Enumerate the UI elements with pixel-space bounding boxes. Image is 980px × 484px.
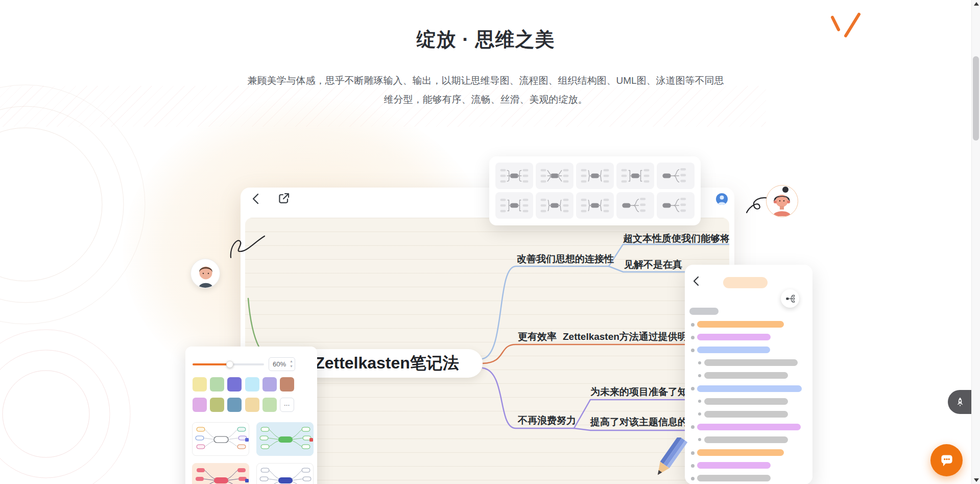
structure-thumbnail-icon [497, 194, 531, 217]
outline-header-pill [689, 308, 719, 315]
structure-icon [785, 294, 795, 304]
outline-row-pill[interactable] [697, 321, 784, 328]
outline-row-pill[interactable] [697, 475, 771, 481]
outline-bullet [691, 323, 695, 327]
zoom-input[interactable]: 60% ▲▼ [269, 357, 295, 371]
spinner-arrows[interactable]: ▲▼ [290, 359, 293, 369]
mindmap-node-method[interactable]: Zettelkasten方法通过提供明 [563, 330, 687, 343]
structure-option-5[interactable] [657, 163, 695, 189]
color-swatch-7[interactable] [193, 398, 207, 412]
chat-button[interactable] [930, 444, 963, 476]
structure-option-4[interactable] [616, 163, 654, 189]
structure-thumbnail-icon [538, 164, 571, 188]
theme-panel: 60% ▲▼ ••• [185, 347, 317, 484]
structure-thumbnail-icon [618, 194, 652, 217]
mindmap-node-insight[interactable]: 见解不是在真 [624, 258, 682, 271]
color-swatch-4[interactable] [245, 377, 259, 391]
color-swatch-3[interactable] [227, 377, 242, 391]
male-illustration [191, 259, 220, 288]
orange-slash-decoration [828, 11, 865, 41]
outline-row-pill[interactable] [704, 436, 788, 443]
theme-preview-3[interactable] [192, 463, 249, 484]
zoom-slider[interactable] [193, 363, 264, 365]
structure-option-7[interactable] [536, 192, 573, 219]
theme-preview-1[interactable] [192, 422, 249, 456]
color-swatch-6[interactable] [280, 377, 294, 391]
outline-bullet [698, 412, 701, 416]
back-icon[interactable] [691, 275, 702, 287]
outline-row-pill[interactable] [704, 411, 788, 418]
mindmap-node-connectivity[interactable]: 改善我们思想的连接性 [517, 252, 614, 266]
outline-bullet [698, 400, 701, 403]
structure-option-9[interactable] [616, 192, 654, 219]
zoom-value: 60% [273, 360, 286, 368]
structure-option-3[interactable] [576, 163, 614, 189]
avatar-male [190, 259, 220, 288]
scroll-up-arrow-icon[interactable] [974, 2, 979, 6]
structure-thumbnail-icon [618, 164, 652, 188]
theme-preview-2[interactable] [256, 422, 314, 456]
structure-thumbnail-icon [538, 194, 571, 217]
zoom-slider-thumb[interactable] [226, 361, 233, 368]
structure-button[interactable] [781, 289, 799, 308]
spinner-up-icon[interactable]: ▲ [290, 359, 293, 364]
outline-row-pill[interactable] [697, 385, 802, 392]
mindmap-node-improve[interactable]: 提高了对该主题信息的 [590, 416, 687, 429]
scrollbar-thumb[interactable] [973, 56, 979, 141]
theme-preview-thumbnail [257, 423, 314, 456]
theme-preview-thumbnail [193, 423, 249, 456]
color-swatch-8[interactable] [210, 398, 224, 412]
pencil-illustration [644, 437, 694, 484]
structure-picker-panel [489, 156, 701, 225]
outline-row-pill[interactable] [704, 398, 788, 405]
outline-row-pill[interactable] [697, 334, 771, 340]
structure-option-2[interactable] [536, 163, 573, 189]
outline-panel [685, 265, 812, 484]
mindmap-node-future[interactable]: 为未来的项目准备了知 [590, 385, 687, 399]
structure-option-10[interactable] [657, 192, 695, 219]
structure-thumbnail-icon [578, 164, 612, 188]
back-to-top-button[interactable] [948, 390, 972, 414]
open-external-icon[interactable] [277, 191, 291, 205]
mindmap-node-efficiency[interactable]: 更有效率 [518, 330, 557, 343]
theme-preview-thumbnail [193, 464, 249, 484]
subtitle-line-2: 维分型，能够有序、流畅、丝滑、美观的绽放。 [230, 90, 741, 109]
color-swatch-10[interactable] [245, 398, 259, 412]
ellipsis-icon: ••• [284, 403, 290, 407]
structure-option-8[interactable] [576, 192, 614, 219]
mindmap-node-hypertext[interactable]: 超文本性质使我们能够将想 [623, 232, 729, 245]
color-swatch-9[interactable] [227, 398, 242, 412]
spinner-down-icon[interactable]: ▼ [290, 364, 293, 369]
page-title: 绽放 · 思维之美 [0, 27, 971, 53]
scrollbar[interactable] [971, 0, 980, 484]
squiggle-decoration [229, 234, 267, 260]
structure-option-6[interactable] [495, 192, 533, 219]
color-swatch-11[interactable] [262, 398, 277, 412]
mindmap-central-topic[interactable]: Zettelkasten笔记法 [291, 349, 483, 378]
structure-option-1[interactable] [495, 163, 533, 189]
zoom-slider-fill [193, 363, 229, 365]
color-swatch-5[interactable] [262, 377, 277, 391]
back-icon[interactable] [249, 192, 262, 205]
outline-row-pill[interactable] [697, 449, 784, 456]
subtitle-line-1: 兼顾美学与体感，思乎不断雕琢输入、输出，以期让思维导图、流程图、组织结构图、UM… [230, 71, 741, 90]
outline-row-pill[interactable] [697, 424, 801, 430]
structure-thumbnail-icon [659, 164, 692, 188]
user-avatar[interactable] [716, 193, 728, 205]
structure-thumbnail-icon [497, 164, 531, 188]
mindmap-node-no-waste[interactable]: 不再浪费努力 [518, 414, 576, 427]
outline-row-pill[interactable] [697, 347, 770, 353]
theme-preview-4[interactable] [256, 463, 314, 484]
outline-bullet [691, 336, 695, 339]
outline-bullet [691, 349, 695, 352]
theme-preview-thumbnail [257, 464, 314, 484]
more-colors-button[interactable]: ••• [280, 398, 294, 412]
outline-bullet [698, 361, 701, 364]
color-swatch-1[interactable] [193, 377, 207, 391]
outline-row-pill[interactable] [704, 359, 798, 366]
outline-row-pill[interactable] [697, 462, 771, 469]
color-swatch-2[interactable] [210, 377, 224, 391]
structure-thumbnail-icon [659, 194, 692, 217]
scroll-down-arrow-icon[interactable] [974, 478, 979, 482]
outline-row-pill[interactable] [704, 372, 788, 379]
